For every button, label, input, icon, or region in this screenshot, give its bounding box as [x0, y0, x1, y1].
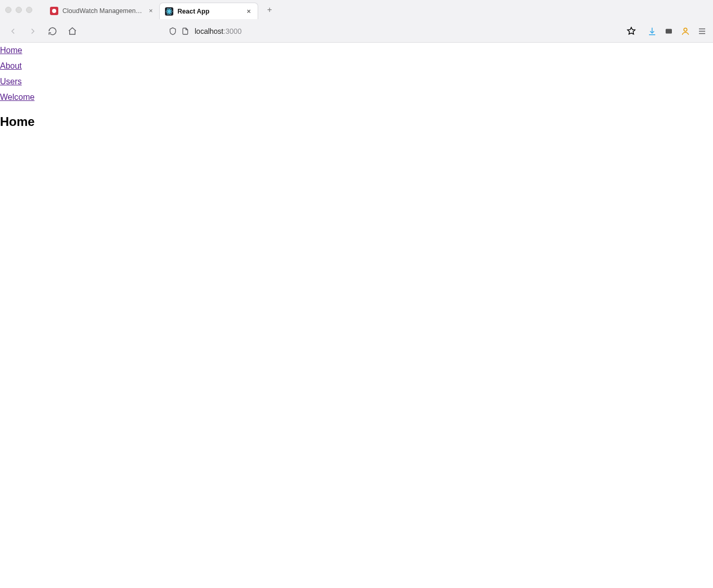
account-icon[interactable]	[681, 27, 690, 36]
nav-link-list: Home About Users Welcome	[0, 43, 713, 105]
toolbar-right-icons	[647, 27, 707, 36]
nav-link-home[interactable]: Home	[0, 46, 22, 55]
tab-strip: CloudWatch Management Cons × React App ×…	[0, 0, 713, 20]
url-text: localhost:3000	[195, 27, 241, 35]
svg-point-6	[684, 28, 687, 31]
tab-react-app[interactable]: React App ×	[159, 3, 258, 19]
tab-title: React App	[177, 8, 241, 15]
window-zoom-button[interactable]	[26, 7, 32, 13]
nav-link-about[interactable]: About	[0, 61, 22, 70]
reload-button[interactable]	[46, 24, 59, 38]
tab-title: CloudWatch Management Cons	[62, 7, 144, 15]
new-tab-button[interactable]: +	[262, 3, 277, 17]
browser-chrome: CloudWatch Management Cons × React App ×…	[0, 0, 713, 43]
toolbar: localhost:3000	[0, 20, 713, 43]
nav-link-welcome[interactable]: Welcome	[0, 93, 34, 101]
extension-icon[interactable]	[664, 27, 673, 36]
page-info-icon[interactable]	[181, 27, 189, 35]
window-close-button[interactable]	[5, 7, 11, 13]
nav-link-users[interactable]: Users	[0, 77, 22, 86]
tab-close-button[interactable]: ×	[148, 7, 154, 15]
address-bar[interactable]: localhost:3000	[85, 23, 641, 40]
page-heading: Home	[0, 114, 713, 129]
forward-button[interactable]	[26, 24, 40, 38]
home-button[interactable]	[66, 24, 79, 38]
react-favicon-icon	[165, 7, 173, 16]
address-bar-leading-icons	[169, 27, 189, 35]
window-minimize-button[interactable]	[16, 7, 22, 13]
list-item: Users	[0, 74, 713, 90]
downloads-icon[interactable]	[647, 27, 657, 36]
bookmark-star-icon[interactable]	[627, 27, 636, 36]
svg-point-0	[52, 9, 56, 13]
page-viewport[interactable]: Home About Users Welcome Home	[0, 43, 713, 588]
window-controls	[5, 7, 32, 13]
menu-icon[interactable]	[697, 27, 707, 36]
url-host: localhost	[195, 27, 223, 35]
list-item: Welcome	[0, 90, 713, 105]
list-item: Home	[0, 43, 713, 58]
page-content: Home About Users Welcome Home	[0, 43, 713, 129]
tab-close-button[interactable]: ×	[245, 8, 252, 15]
cloudwatch-favicon-icon	[50, 7, 58, 15]
svg-rect-5	[666, 29, 672, 33]
back-button[interactable]	[6, 24, 20, 38]
list-item: About	[0, 58, 713, 74]
tab-cloudwatch[interactable]: CloudWatch Management Cons ×	[45, 3, 159, 19]
shield-icon[interactable]	[169, 27, 177, 35]
url-port: :3000	[223, 27, 241, 35]
